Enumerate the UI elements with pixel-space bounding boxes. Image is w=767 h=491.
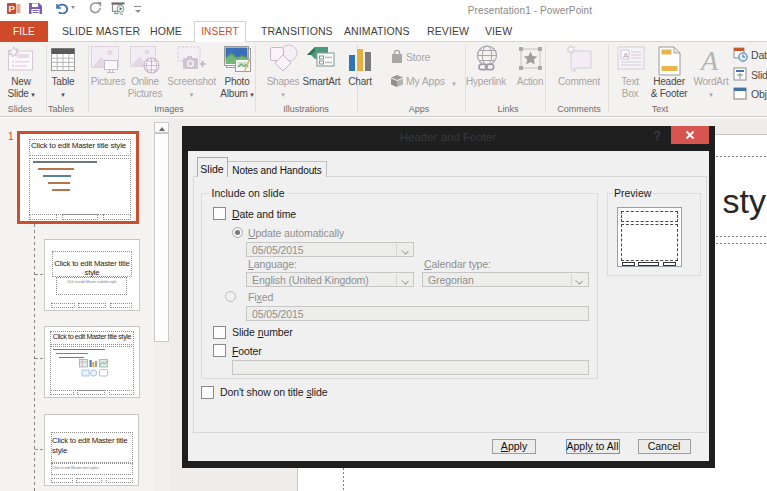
svg-text:A: A	[623, 51, 629, 60]
svg-text:A: A	[699, 46, 719, 74]
svg-text:P: P	[9, 3, 16, 14]
